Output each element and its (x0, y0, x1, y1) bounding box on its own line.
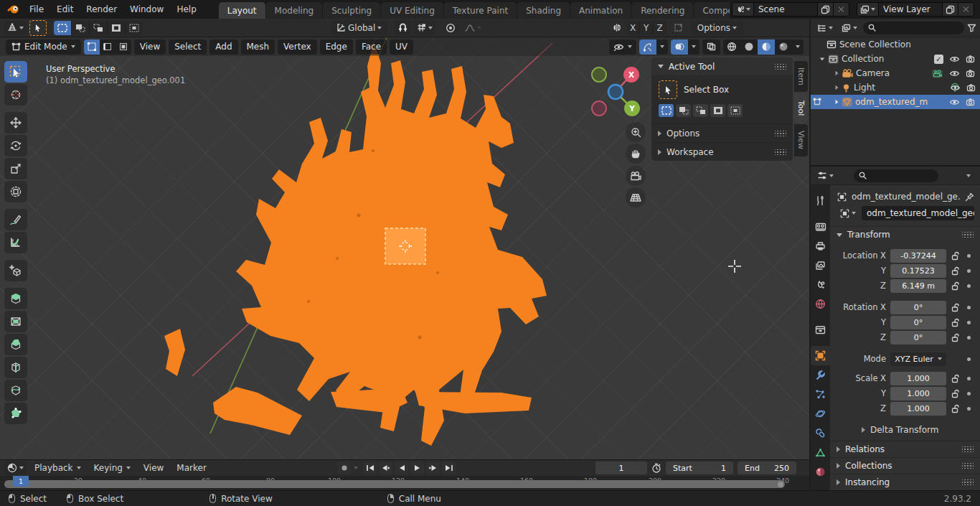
animate-dot[interactable] (967, 407, 971, 411)
tab-particles[interactable] (811, 385, 830, 404)
scene-new-button[interactable] (817, 3, 833, 16)
blender-logo-icon[interactable] (6, 4, 20, 14)
outliner-row-mesh-object[interactable]: odm_textured_m (811, 95, 980, 109)
viewport-menu-vertex[interactable]: Vertex (278, 39, 317, 55)
current-frame-field[interactable]: 1 (595, 462, 647, 474)
overlays-dropdown[interactable] (688, 39, 699, 55)
panel-grip-icon[interactable] (775, 149, 786, 155)
perspective-toggle-button[interactable] (626, 187, 646, 207)
snap-toggle-button[interactable] (394, 21, 411, 35)
workspace-tab-animation[interactable]: Animation (570, 2, 631, 19)
workspace-panel-header[interactable]: Workspace (651, 142, 793, 161)
rotation-mode-dropdown[interactable]: XYZ Euler (890, 352, 946, 366)
tool-annotate[interactable] (4, 209, 27, 230)
mode-intersect-button[interactable] (727, 104, 743, 117)
location-y-field[interactable]: 0.17523 (890, 264, 946, 278)
panel-grip-icon[interactable] (775, 64, 786, 70)
viewport-menu-view[interactable]: View (134, 39, 166, 55)
tab-constraints[interactable] (811, 423, 830, 443)
expand-icon[interactable] (836, 71, 839, 75)
scale-x-field[interactable]: 1.000 (890, 372, 946, 385)
tool-move[interactable] (4, 112, 27, 133)
jump-to-end-button[interactable] (442, 462, 456, 474)
filter-funnel-icon[interactable] (967, 24, 976, 32)
mode-new-button[interactable] (659, 104, 674, 117)
next-keyframe-button[interactable] (426, 462, 440, 474)
outliner-row-scene-collection[interactable]: Scene Collection (811, 37, 980, 52)
scene-name[interactable]: Scene (754, 4, 817, 14)
tab-object-data[interactable] (811, 443, 830, 462)
outliner-filter-dropdown[interactable] (839, 21, 860, 35)
select-mode-subtract[interactable] (90, 21, 108, 35)
tab-scene[interactable] (811, 275, 830, 294)
panel-grip-icon[interactable] (962, 232, 974, 238)
tool-knife[interactable] (4, 380, 27, 401)
tab-render[interactable] (811, 217, 830, 236)
pin-icon[interactable] (965, 192, 974, 202)
rotation-y-field[interactable]: 0° (890, 316, 946, 329)
tool-scale[interactable] (4, 158, 27, 179)
mirror-y-button[interactable]: Y (640, 21, 653, 35)
workspace-tab-shading[interactable]: Shading (517, 2, 570, 19)
instancing-panel-header[interactable]: Instancing (830, 474, 980, 490)
show-gizmos-button[interactable] (639, 39, 656, 55)
timeline-menu-keying[interactable]: Keying (89, 463, 136, 473)
viewport-menu-face[interactable]: Face (356, 39, 387, 55)
lock-icon[interactable] (951, 251, 960, 261)
lock-icon[interactable] (951, 389, 960, 398)
panel-grip-icon[interactable] (962, 479, 974, 485)
timeline-menu-view[interactable]: View (138, 463, 169, 473)
timeline-editor-type-button[interactable] (4, 461, 27, 475)
workspace-tab-uv-editing[interactable]: UV Editing (381, 2, 443, 19)
animate-dot[interactable] (967, 306, 971, 309)
options-dropdown[interactable]: Options (691, 21, 743, 35)
outliner-row-collection[interactable]: Collection ✓ (811, 52, 980, 66)
viewport-menu-edge[interactable]: Edge (320, 39, 353, 55)
transform-orientation-dropdown[interactable]: Global (331, 21, 387, 35)
animate-dot[interactable] (967, 321, 971, 324)
tool-loop-cut[interactable] (4, 357, 27, 378)
timeline-menu-marker[interactable]: Marker (171, 463, 211, 473)
rotation-z-field[interactable]: 0° (890, 331, 946, 345)
workspace-tab-texture-paint[interactable]: Texture Paint (444, 2, 517, 19)
jump-to-start-button[interactable] (363, 462, 377, 474)
play-reverse-button[interactable] (395, 462, 408, 474)
eye-icon[interactable] (949, 55, 960, 63)
menu-window[interactable]: Window (123, 0, 170, 19)
tool-bevel[interactable] (4, 334, 27, 355)
camera-data-icon[interactable] (931, 69, 943, 78)
viewport-3d[interactable]: Edit Mode View Select Add Mesh Vertex Ed… (0, 37, 809, 459)
lock-icon[interactable] (951, 404, 960, 413)
eye-icon[interactable] (950, 84, 961, 92)
viewport-menu-uv[interactable]: UV (390, 39, 413, 55)
outliner-row-camera[interactable]: Camera (811, 66, 980, 80)
lock-icon[interactable] (951, 303, 960, 312)
animate-dot[interactable] (967, 284, 971, 288)
pan-view-button[interactable] (626, 144, 646, 164)
animate-dot[interactable] (967, 269, 971, 273)
animate-dot[interactable] (967, 392, 971, 395)
render-visibility-icon[interactable] (966, 55, 975, 63)
stopwatch-icon[interactable] (651, 463, 661, 473)
animate-dot[interactable] (967, 336, 971, 339)
lock-icon[interactable] (951, 266, 960, 276)
animate-dot[interactable] (967, 254, 971, 258)
rotation-x-field[interactable]: 0° (890, 301, 946, 314)
workspace-tab-compositing[interactable]: Compositing (694, 2, 729, 19)
proportional-falloff-dropdown[interactable] (462, 21, 484, 35)
auto-key-dropdown-icon[interactable] (354, 467, 358, 469)
eye-icon[interactable] (949, 98, 960, 106)
face-select-button[interactable] (116, 39, 131, 55)
tab-modifiers[interactable] (811, 365, 830, 385)
location-z-field[interactable]: 6.149 m (890, 279, 946, 293)
proportional-editing-button[interactable] (442, 21, 459, 35)
mirror-x-button[interactable]: X (626, 21, 640, 35)
frame-start-field[interactable]: Start1 (666, 462, 733, 474)
shading-material-button[interactable] (758, 39, 775, 55)
sidebar-tab-view[interactable]: View (794, 124, 808, 156)
tool-select-box[interactable] (4, 61, 27, 83)
select-mode-new[interactable] (54, 21, 72, 35)
tool-add-cube[interactable] (4, 260, 27, 281)
navigation-gizmo[interactable]: X Y (587, 63, 647, 123)
select-mode-extend[interactable] (72, 21, 90, 35)
